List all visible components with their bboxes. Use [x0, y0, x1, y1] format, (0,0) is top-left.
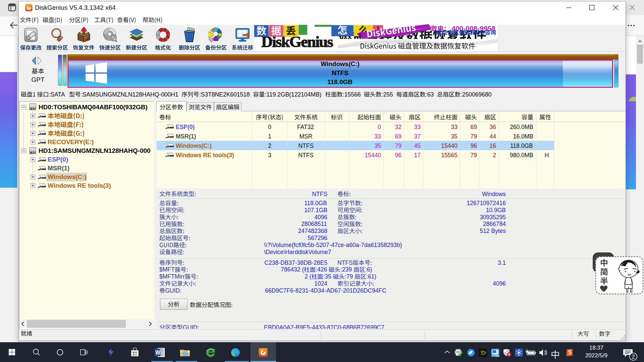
svg-text:intel: intel [496, 355, 499, 357]
svg-text:2: 2 [632, 354, 635, 360]
